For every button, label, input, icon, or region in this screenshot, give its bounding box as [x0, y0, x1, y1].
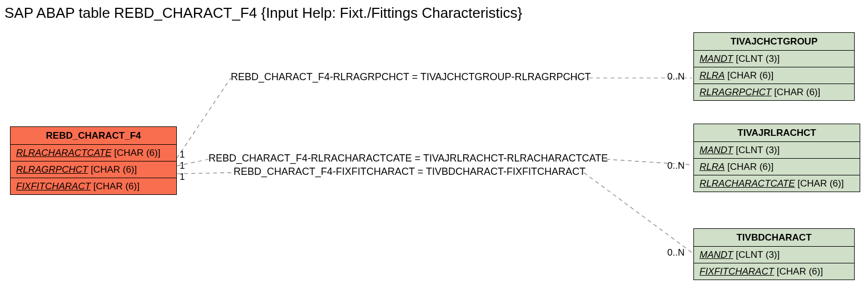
entity-field: MANDT [CLNT (3)]: [694, 142, 860, 159]
entity-field: RLRACHARACTCATE [CHAR (6)]: [694, 175, 860, 192]
svg-line-5: [584, 173, 692, 253]
cardinality-right: 0..N: [667, 247, 685, 258]
relation-label: REBD_CHARACT_F4-FIXFITCHARACT = TIVBDCHA…: [234, 166, 586, 178]
field-name: RLRAGRPCHCT: [16, 164, 88, 175]
entity-field: RLRACHARACTCATE [CHAR (6)]: [11, 145, 176, 161]
field-type: [CHAR (6)]: [777, 266, 823, 277]
entity-field: MANDT [CLNT (3)]: [694, 51, 854, 67]
field-type: [CHAR (6)]: [114, 148, 160, 158]
relation-label: REBD_CHARACT_F4-RLRAGRPCHCT = TIVAJCHCTG…: [231, 71, 591, 83]
entity-tivbdcharact: TIVBDCHARACT MANDT [CLNT (3)] FIXFITCHAR…: [693, 228, 855, 280]
page-title: SAP ABAP table REBD_CHARACT_F4 {Input He…: [4, 4, 522, 22]
field-type: [CLNT (3)]: [736, 145, 780, 155]
field-type: [CHAR (6)]: [774, 87, 820, 97]
entity-field: FIXFITCHARACT [CHAR (6)]: [11, 178, 176, 194]
entity-field: RLRAGRPCHCT [CHAR (6)]: [694, 84, 854, 100]
entity-header: TIVBDCHARACT: [694, 229, 854, 247]
entity-tivajchctgroup: TIVAJCHCTGROUP MANDT [CLNT (3)] RLRA [CH…: [693, 32, 855, 101]
field-name: MANDT: [700, 53, 733, 64]
field-name: RLRAGRPCHCT: [700, 87, 771, 97]
field-name: FIXFITCHARACT: [700, 266, 774, 277]
field-name: RLRACHARACTCATE: [700, 178, 795, 189]
entity-field: RLRA [CHAR (6)]: [694, 67, 854, 84]
field-name: MANDT: [700, 249, 733, 260]
field-type: [CHAR (6)]: [797, 178, 844, 189]
entity-header: TIVAJRLRACHCT: [694, 124, 860, 142]
cardinality-left: 1: [180, 149, 185, 160]
cardinality-right: 0..N: [667, 160, 685, 172]
field-type: [CHAR (6)]: [91, 164, 137, 175]
entity-tivajrlrachct: TIVAJRLRACHCT MANDT [CLNT (3)] RLRA [CHA…: [693, 124, 860, 192]
field-type: [CLNT (3)]: [736, 249, 780, 260]
relation-label: REBD_CHARACT_F4-RLRACHARACTCATE = TIVAJR…: [209, 153, 608, 164]
field-type: [CHAR (6)]: [93, 181, 140, 192]
field-name: FIXFITCHARACT: [16, 181, 91, 192]
entity-field: RLRAGRPCHCT [CHAR (6)]: [11, 161, 176, 178]
entity-field: MANDT [CLNT (3)]: [694, 247, 854, 263]
entity-field: FIXFITCHARACT [CHAR (6)]: [694, 263, 854, 280]
entity-header: TIVAJCHCTGROUP: [694, 33, 854, 51]
field-type: [CHAR (6)]: [727, 70, 773, 81]
field-name: RLRACHARACTCATE: [16, 148, 112, 158]
entity-field: RLRA [CHAR (6)]: [694, 159, 860, 175]
field-type: [CLNT (3)]: [736, 53, 780, 64]
entity-rebd-charact-f4: REBD_CHARACT_F4 RLRACHARACTCATE [CHAR (6…: [10, 126, 177, 195]
entity-header: REBD_CHARACT_F4: [11, 127, 176, 145]
svg-line-4: [177, 173, 234, 174]
field-name: MANDT: [700, 145, 733, 155]
diagram-canvas: SAP ABAP table REBD_CHARACT_F4 {Input He…: [0, 0, 868, 284]
svg-line-0: [177, 78, 231, 158]
cardinality-left: 1: [180, 172, 185, 183]
field-type: [CHAR (6)]: [727, 161, 773, 172]
cardinality-left: 1: [180, 160, 185, 172]
field-name: RLRA: [700, 70, 725, 81]
field-name: RLRA: [700, 161, 725, 172]
cardinality-right: 0..N: [667, 71, 685, 82]
